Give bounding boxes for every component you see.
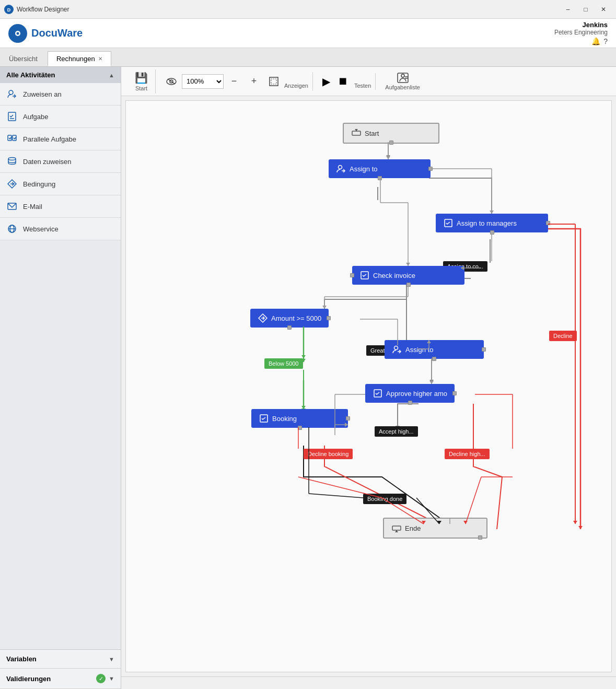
label-decline[interactable]: Decline	[549, 331, 577, 341]
minimize-button[interactable]: –	[560, 3, 576, 16]
assign-to-1-label: Assign to	[350, 165, 377, 173]
aufgabenliste-button[interactable]: Aufgabenliste	[382, 71, 423, 92]
zoom-out-button[interactable]: −	[225, 72, 243, 91]
handle-assign2-bottom	[432, 357, 436, 361]
status-bar	[121, 676, 616, 689]
sidebar-item-daten[interactable]: Daten zuweisen	[0, 150, 121, 173]
zoom-select[interactable]: 100%	[182, 74, 224, 89]
sidebar-item-zuweisen[interactable]: Zuweisen an	[0, 83, 121, 106]
toolbar-group-aufgabenliste: Aufgabenliste	[378, 71, 427, 92]
node-assign-to-managers[interactable]: Assign to managers	[436, 214, 548, 232]
node-start[interactable]: Start	[343, 123, 439, 144]
validierungen-chevron: ▼	[109, 675, 114, 682]
assign-to-2-label: Assign to	[405, 346, 433, 354]
assign-to-managers-label: Assign to managers	[457, 219, 517, 227]
task-node-icon-booking	[259, 413, 269, 424]
svg-point-23	[401, 74, 404, 77]
help-icon[interactable]: ?	[603, 37, 608, 45]
label-booking-done[interactable]: Booking done	[363, 494, 406, 504]
maximize-button[interactable]: □	[577, 3, 594, 16]
stop-button[interactable]: ⏹	[334, 73, 351, 89]
docuware-logo: DocuWare	[8, 24, 83, 43]
label-decline-booking[interactable]: Decline booking	[304, 449, 353, 459]
play-button[interactable]: ▶	[319, 73, 333, 90]
label-below-5000[interactable]: Below 5000	[264, 358, 303, 369]
ende-label: Ende	[405, 524, 421, 532]
svg-marker-39	[429, 380, 434, 383]
validation-success-icon: ✓	[96, 674, 106, 683]
sidebar: Alle Aktivitäten ▲ Zuweisen an	[0, 67, 121, 689]
notification-icon[interactable]: 🔔	[591, 37, 600, 45]
node-ende[interactable]: Ende	[383, 518, 487, 539]
task-icon	[6, 111, 18, 122]
sidebar-item-parallele[interactable]: Parallele Aufgabe	[0, 128, 121, 150]
node-booking[interactable]: Booking	[251, 409, 348, 428]
assign-icon	[6, 88, 18, 100]
validierungen-label: Validierungen	[6, 675, 51, 683]
ende-icon	[391, 523, 402, 533]
sidebar-section-header[interactable]: Alle Aktivitäten ▲	[0, 67, 121, 83]
svg-text:D: D	[7, 7, 11, 13]
aufgabenliste-label: Aufgabenliste	[385, 84, 420, 90]
task-node-icon-managers	[443, 218, 454, 228]
app-name: DocuWare	[31, 27, 83, 39]
assign-node-icon-1	[336, 164, 346, 174]
handle-check-left	[350, 273, 354, 277]
handle-assign1-right	[428, 167, 433, 171]
sidebar-item-label-email: E-Mail	[23, 203, 42, 211]
toolbar: 💾 Start 100% − + Anzeigen	[121, 67, 616, 96]
svg-point-11	[8, 158, 16, 160]
zoom-in-button[interactable]: +	[245, 72, 263, 91]
label-accept-high[interactable]: Accept high...	[375, 426, 418, 437]
node-check-invoice[interactable]: Check invoice	[352, 266, 464, 285]
task-node-icon-check	[359, 270, 370, 281]
sidebar-item-aufgabe[interactable]: Aufgabe	[0, 106, 121, 128]
sidebar-bottom: Variablen ▼ Validierungen ✓ ▼	[0, 649, 121, 689]
tab-rechnungen[interactable]: Rechnungen ✕	[48, 51, 111, 66]
parallel-task-icon	[6, 133, 18, 145]
handle-assign1-bottom	[378, 176, 382, 180]
task-node-icon-approve	[373, 388, 383, 399]
app-logo: D	[4, 5, 14, 14]
amount-label: Amount >= 5000	[271, 314, 321, 322]
handle-managers-right	[546, 221, 550, 225]
webservice-icon	[6, 223, 18, 235]
condition-icon	[6, 178, 18, 190]
approve-higher-label: Approve higher amo	[386, 390, 447, 398]
tab-ubersicht[interactable]: Übersicht	[0, 51, 47, 66]
node-amount[interactable]: Amount >= 5000	[250, 309, 329, 328]
start-label: Start	[365, 130, 379, 137]
toolbar-group-anzeigen: 100% − + Anzeigen	[158, 72, 313, 91]
handle-booking-right	[346, 416, 350, 421]
check-invoice-label: Check invoice	[373, 272, 415, 279]
sidebar-validierungen[interactable]: Validierungen ✓ ▼	[0, 669, 121, 689]
tab-close-icon[interactable]: ✕	[98, 56, 102, 62]
dw-logo-icon	[8, 24, 27, 43]
sidebar-item-webservice[interactable]: Webservice	[0, 218, 121, 240]
eye-button[interactable]	[162, 72, 181, 91]
assign-node-icon-2	[392, 344, 402, 355]
handle-approve-bottom	[408, 401, 412, 405]
user-info: Jenkins Peters Engineering 🔔 ?	[554, 21, 608, 45]
variablen-label: Variablen	[6, 655, 37, 663]
handle-amount-bottom	[287, 325, 292, 330]
node-approve-higher[interactable]: Approve higher amo	[365, 384, 455, 403]
workflow-canvas[interactable]: Start Assign to	[125, 100, 612, 672]
sidebar-item-label-parallele: Parallele Aufgabe	[23, 135, 76, 143]
close-button[interactable]: ✕	[595, 3, 612, 16]
sidebar-item-label-webservice: Webservice	[23, 225, 59, 233]
wf-canvas-inner: Start Assign to	[126, 101, 611, 672]
svg-rect-21	[271, 79, 276, 84]
save-button[interactable]: 💾 Start	[132, 69, 151, 94]
sidebar-item-email[interactable]: E-Mail	[0, 195, 121, 218]
handle-approve-right	[452, 391, 457, 395]
handle-check-bottom	[406, 283, 411, 287]
label-decline-high[interactable]: Decline high...	[445, 449, 490, 459]
node-assign-to-1[interactable]: Assign to	[329, 159, 431, 178]
toolbar-group-testen: ▶ ⏹ Testen	[315, 73, 376, 90]
sidebar-item-bedingung[interactable]: Bedingung	[0, 173, 121, 195]
sidebar-variablen[interactable]: Variablen ▼	[0, 650, 121, 669]
tab-bar: Übersicht Rechnungen ✕	[0, 48, 616, 67]
node-assign-to-2[interactable]: Assign to	[385, 340, 484, 359]
fit-button[interactable]	[264, 72, 283, 91]
